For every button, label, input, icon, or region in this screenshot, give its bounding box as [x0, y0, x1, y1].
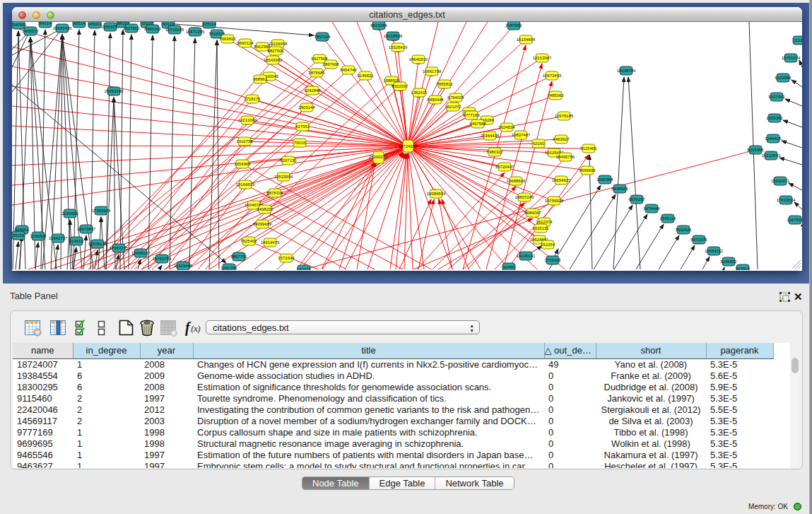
svg-text:12942737: 12942737	[49, 236, 68, 240]
svg-text:19384554: 19384554	[427, 192, 446, 196]
svg-text:7485063: 7485063	[547, 93, 564, 98]
svg-text:165021: 165021	[88, 22, 102, 26]
svg-text:8454749: 8454749	[340, 68, 357, 72]
svg-text:70016: 70016	[294, 141, 306, 145]
svg-text:62160: 62160	[533, 141, 545, 146]
svg-text:20364436: 20364436	[481, 134, 500, 138]
svg-text:7663822: 7663822	[219, 37, 236, 41]
svg-text:8878334: 8878334	[266, 191, 283, 195]
svg-text:90514: 90514	[73, 22, 86, 25]
svg-text:1621072: 1621072	[445, 105, 461, 109]
svg-text:12975185: 12975185	[555, 114, 574, 118]
svg-text:18807249: 18807249	[515, 195, 534, 199]
svg-text:84314: 84314	[40, 22, 52, 25]
svg-text:1910755: 1910755	[236, 139, 253, 144]
svg-text:13533594: 13533594	[274, 175, 293, 179]
svg-text:17359924: 17359924	[92, 209, 111, 213]
svg-text:10688609: 10688609	[507, 179, 526, 183]
svg-text:968961: 968961	[253, 77, 268, 81]
svg-text:1167531: 1167531	[787, 218, 802, 222]
svg-text:16961758: 16961758	[423, 69, 442, 74]
svg-text:1527602: 1527602	[123, 26, 140, 30]
svg-text:2935114: 2935114	[660, 216, 677, 221]
svg-text:10671355: 10671355	[186, 30, 205, 34]
svg-text:16154808: 16154808	[517, 37, 536, 42]
svg-text:12505135: 12505135	[88, 242, 107, 246]
svg-text:9857791: 9857791	[230, 255, 247, 259]
svg-text:2803144: 2803144	[298, 105, 315, 110]
svg-text:9777169: 9777169	[463, 113, 480, 117]
svg-text:8466160: 8466160	[144, 27, 161, 31]
svg-text:92450: 92450	[503, 265, 515, 269]
svg-text:26053346: 26053346	[105, 89, 124, 93]
svg-text:1156829: 1156829	[30, 234, 47, 238]
svg-text:17016504: 17016504	[777, 198, 796, 202]
svg-text:12213967: 12213967	[533, 56, 552, 60]
svg-text:15751074: 15751074	[782, 56, 801, 60]
svg-text:102311: 102311	[297, 267, 311, 270]
svg-text:9146821: 9146821	[357, 74, 374, 78]
svg-text:14914479: 14914479	[261, 240, 280, 245]
svg-text:1654966: 1654966	[234, 162, 251, 166]
svg-text:2020656: 2020656	[61, 211, 78, 216]
svg-text:19756928: 19756928	[545, 199, 564, 203]
svg-text:18724007: 18724007	[399, 144, 418, 148]
svg-text:1612074: 1612074	[536, 220, 553, 224]
svg-text:9115460: 9115460	[581, 146, 598, 151]
svg-text:19654923: 19654923	[552, 178, 571, 182]
svg-text:8471676: 8471676	[690, 238, 707, 242]
svg-text:3875685: 3875685	[308, 71, 325, 75]
svg-text:8938923: 8938923	[611, 187, 628, 191]
svg-text:10973493: 10973493	[543, 74, 562, 78]
svg-text:205114: 205114	[202, 22, 216, 26]
svg-text:1615132: 1615132	[532, 226, 549, 230]
svg-text:16210643: 16210643	[762, 153, 781, 158]
svg-text:3498222: 3498222	[257, 207, 273, 211]
svg-text:924501: 924501	[736, 267, 751, 270]
svg-text:10958107: 10958107	[131, 251, 151, 255]
svg-text:15720407: 15720407	[495, 165, 514, 169]
svg-text:8215955: 8215955	[747, 148, 764, 152]
svg-text:1571644: 1571644	[278, 256, 295, 260]
svg-text:11123: 11123	[794, 38, 802, 42]
svg-text:1209382: 1209382	[766, 116, 783, 120]
svg-text:1362615: 1362615	[411, 90, 428, 95]
svg-text:18640910: 18640910	[409, 57, 428, 62]
svg-text:8267130: 8267130	[280, 158, 297, 163]
svg-text:19218506: 19218506	[384, 34, 403, 38]
svg-text:6794028: 6794028	[447, 95, 464, 100]
svg-text:7625402: 7625402	[240, 239, 257, 243]
svg-text:9463627: 9463627	[553, 137, 570, 141]
svg-text:9827509: 9827509	[267, 49, 284, 53]
svg-text:13325419: 13325419	[389, 45, 408, 49]
svg-text:9084067: 9084067	[524, 211, 541, 215]
svg-text:9660124: 9660124	[237, 41, 254, 45]
svg-text:19166829: 19166829	[236, 182, 255, 187]
svg-text:16648784: 16648784	[617, 69, 636, 73]
svg-text:23226058: 23226058	[269, 42, 288, 46]
svg-text:8813054: 8813054	[370, 23, 387, 28]
svg-text:7955812: 7955812	[436, 82, 453, 86]
svg-text:16782759: 16782759	[153, 257, 172, 261]
svg-text:7857224: 7857224	[314, 35, 331, 39]
svg-text:39159: 39159	[13, 233, 25, 238]
svg-text:12213369: 12213369	[238, 118, 257, 122]
svg-text:14136141: 14136141	[517, 254, 536, 258]
svg-text:10975857: 10975857	[77, 227, 96, 231]
svg-text:8990448: 8990448	[427, 98, 444, 102]
svg-text:25300273: 25300273	[369, 155, 388, 159]
svg-text:7986322: 7986322	[486, 150, 503, 154]
svg-text:2087682: 2087682	[505, 23, 522, 28]
svg-text:1640954: 1640954	[596, 177, 613, 182]
svg-text:10807487: 10807487	[512, 133, 531, 137]
svg-text:1292346: 1292346	[220, 266, 237, 270]
svg-text:2718176: 2718176	[244, 97, 261, 101]
svg-text:9474444: 9474444	[643, 206, 660, 211]
svg-text:7632621: 7632621	[675, 228, 692, 232]
svg-text:1405572: 1405572	[22, 29, 39, 33]
svg-text:18495756: 18495756	[556, 155, 575, 159]
svg-text:10719155: 10719155	[165, 28, 184, 32]
svg-text:(x): (x)	[191, 324, 201, 334]
svg-text:11923446: 11923446	[174, 264, 193, 268]
svg-text:14099489: 14099489	[253, 222, 272, 226]
